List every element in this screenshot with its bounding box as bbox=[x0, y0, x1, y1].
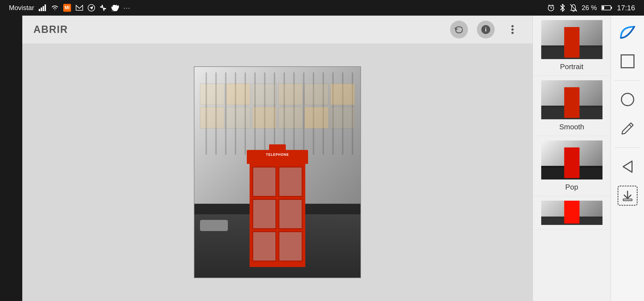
mini-phone-2 bbox=[564, 87, 579, 118]
svg-text:i: i bbox=[485, 26, 487, 33]
signal-icon bbox=[39, 4, 47, 11]
circle-button[interactable] bbox=[618, 89, 638, 110]
open-label: ABRIR bbox=[33, 24, 68, 35]
pen-icon bbox=[621, 122, 634, 135]
telephone-box: TELEPHONE bbox=[250, 150, 305, 267]
svg-rect-21 bbox=[621, 55, 634, 68]
more-options-button[interactable] bbox=[504, 21, 521, 38]
color-arc-button[interactable] bbox=[618, 22, 638, 42]
import-icon bbox=[621, 189, 634, 202]
app-area: ABRIR i bbox=[0, 16, 644, 301]
mini-phone-3 bbox=[564, 147, 579, 178]
main-content: ABRIR i bbox=[22, 16, 533, 301]
top-bar: ABRIR i bbox=[22, 16, 533, 43]
pop-filter[interactable]: Pop bbox=[533, 136, 611, 196]
pop-thumbnail bbox=[541, 140, 602, 179]
info-button[interactable]: i bbox=[477, 21, 495, 38]
rectangle-button[interactable] bbox=[618, 51, 638, 71]
portrait-thumbnail bbox=[541, 20, 602, 59]
svg-line-23 bbox=[629, 125, 631, 127]
svg-rect-14 bbox=[611, 7, 612, 9]
svg-rect-15 bbox=[602, 6, 604, 9]
vivid-filter[interactable] bbox=[533, 196, 611, 230]
top-bar-actions: i bbox=[450, 21, 521, 38]
svg-rect-2 bbox=[43, 6, 44, 11]
phone-box-top bbox=[247, 150, 308, 164]
svg-rect-1 bbox=[41, 8, 42, 11]
mute-icon bbox=[570, 4, 577, 12]
back-button[interactable] bbox=[618, 157, 638, 177]
mini-phone-1 bbox=[564, 27, 579, 58]
svg-point-18 bbox=[511, 25, 514, 27]
rectangle-icon bbox=[620, 54, 635, 69]
phone-box-crown bbox=[269, 144, 286, 151]
tools-panel bbox=[611, 16, 644, 301]
wifi-icon bbox=[51, 5, 59, 11]
tools-divider-1 bbox=[614, 80, 641, 81]
svg-rect-3 bbox=[45, 4, 46, 11]
bluetooth-icon bbox=[559, 4, 565, 12]
main-photo: TELEPHONE bbox=[194, 66, 361, 278]
carrier-label: Movistar bbox=[9, 4, 34, 12]
svg-rect-7 bbox=[100, 6, 103, 8]
svg-point-19 bbox=[511, 28, 514, 31]
alarm-icon bbox=[547, 4, 555, 12]
pop-label: Pop bbox=[565, 183, 578, 191]
twitter-icon bbox=[111, 4, 119, 11]
xiaomi-icon: MI bbox=[63, 4, 71, 12]
svg-rect-8 bbox=[103, 8, 106, 9]
color-arc-icon bbox=[619, 26, 636, 39]
info-icon: i bbox=[481, 25, 491, 35]
filter-panel: Portrait Smooth Pop bbox=[533, 16, 611, 301]
smooth-label: Smooth bbox=[559, 123, 584, 131]
time-display: 17:16 bbox=[617, 4, 635, 12]
slack-icon bbox=[99, 4, 107, 11]
status-left: Movistar MI bbox=[9, 4, 131, 12]
gmail-icon bbox=[75, 5, 83, 11]
svg-point-22 bbox=[621, 93, 634, 106]
smooth-filter[interactable]: Smooth bbox=[533, 76, 611, 136]
battery-icon bbox=[601, 5, 613, 11]
status-bar: Movistar MI bbox=[0, 0, 644, 16]
telegram-icon bbox=[88, 4, 95, 11]
battery-percent: 26 % bbox=[582, 4, 597, 12]
tools-divider-2 bbox=[614, 147, 641, 148]
phone-box-windows bbox=[252, 167, 303, 261]
import-button[interactable] bbox=[618, 186, 638, 206]
svg-rect-25 bbox=[623, 199, 632, 201]
status-right: 26 % 17:16 bbox=[547, 4, 635, 12]
back-icon bbox=[622, 160, 633, 173]
undo-icon bbox=[454, 25, 464, 35]
svg-point-20 bbox=[511, 32, 514, 34]
portrait-label: Portrait bbox=[560, 62, 584, 71]
mini-phone-4 bbox=[564, 201, 579, 224]
more-status-icon: ··· bbox=[123, 4, 131, 12]
left-strip bbox=[0, 16, 22, 301]
more-dots-icon bbox=[511, 25, 514, 35]
image-area: TELEPHONE bbox=[22, 43, 533, 301]
undo-button[interactable] bbox=[450, 21, 468, 38]
circle-icon bbox=[620, 92, 635, 107]
pen-button[interactable] bbox=[618, 118, 638, 139]
svg-rect-0 bbox=[39, 9, 40, 11]
portrait-filter[interactable]: Portrait bbox=[533, 16, 611, 76]
smooth-thumbnail bbox=[541, 80, 602, 119]
vivid-thumbnail bbox=[541, 201, 602, 225]
